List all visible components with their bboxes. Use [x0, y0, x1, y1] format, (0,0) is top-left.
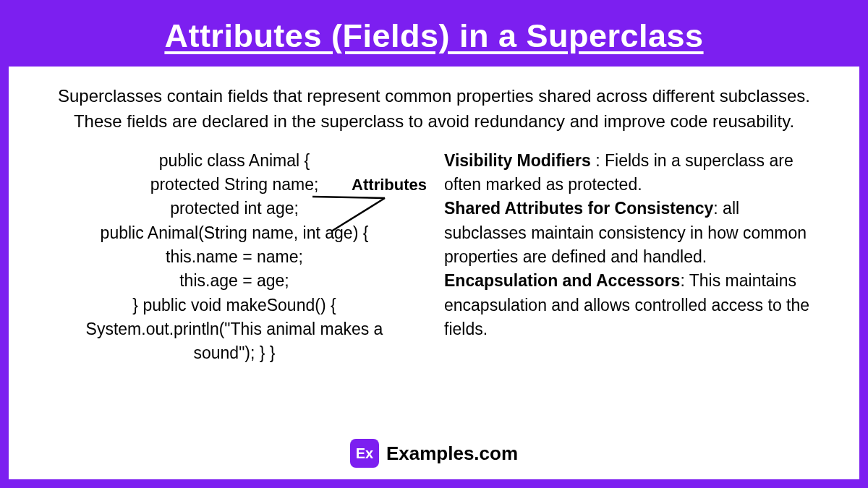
code-line: this.age = age;: [45, 269, 424, 293]
slide-card: Attributes (Fields) in a Superclass Supe…: [9, 9, 859, 479]
title-bar: Attributes (Fields) in a Superclass: [9, 9, 859, 67]
brand-text: Examples.com: [386, 442, 518, 465]
code-line: sound"); } }: [45, 341, 424, 365]
code-line: public class Animal {: [45, 149, 424, 173]
point-item: Shared Attributes for Consistency: all s…: [444, 197, 823, 269]
annotation-label: Attributes: [352, 174, 427, 197]
pointer-icon: [310, 195, 389, 239]
point-label: Encapsulation and Accessors: [444, 271, 680, 290]
intro-text: Superclasses contain fields that represe…: [45, 84, 823, 134]
code-column: public class Animal { protected String n…: [45, 149, 424, 366]
svg-line-1: [331, 198, 385, 231]
svg-line-0: [312, 197, 385, 198]
points-column: Visibility Modifiers : Fields in a super…: [444, 149, 823, 342]
point-label: Visibility Modifiers: [444, 151, 591, 170]
footer: Ex Examples.com: [45, 439, 823, 468]
logo-icon: Ex: [350, 439, 379, 468]
code-line: System.out.println("This animal makes a: [45, 317, 424, 341]
point-item: Visibility Modifiers : Fields in a super…: [444, 149, 823, 197]
code-line: } public void makeSound() {: [45, 294, 424, 317]
columns: public class Animal { protected String n…: [45, 149, 823, 433]
code-line: this.name = name;: [45, 245, 424, 269]
point-item: Encapsulation and Accessors: This mainta…: [444, 269, 823, 341]
point-label: Shared Attributes for Consistency: [444, 199, 713, 218]
content-area: Superclasses contain fields that represe…: [9, 67, 859, 479]
slide-title: Attributes (Fields) in a Superclass: [23, 17, 845, 55]
